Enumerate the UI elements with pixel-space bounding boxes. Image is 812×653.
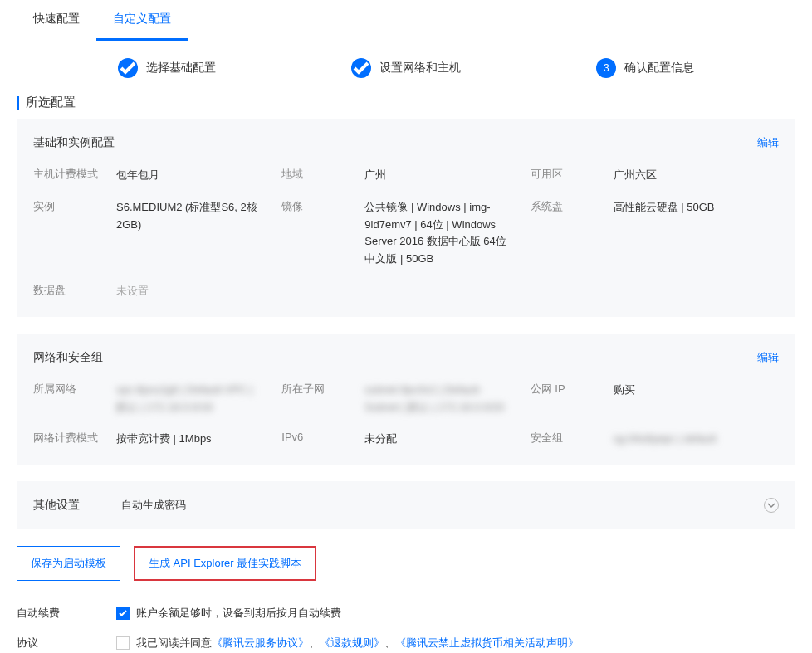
- basic-card-title: 基础和实例配置: [33, 135, 115, 150]
- auto-renew-checkbox[interactable]: [116, 607, 130, 620]
- image-label: 镜像: [281, 199, 364, 268]
- step-2-label: 设置网络和主机: [379, 61, 461, 76]
- zone-label: 可用区: [531, 167, 614, 184]
- ipv6-value: 未分配: [364, 431, 530, 448]
- step-number-icon: 3: [596, 58, 616, 78]
- network-card-title: 网络和安全组: [33, 350, 103, 365]
- instance-label: 实例: [33, 199, 116, 268]
- other-settings-card: 其他设置 自动生成密码: [17, 481, 795, 529]
- region-label: 地域: [281, 167, 364, 184]
- eip-value: 购买: [614, 382, 779, 417]
- agreement-link-service[interactable]: 《腾讯云服务协议》: [212, 636, 309, 651]
- auto-renew-label: 自动续费: [17, 606, 116, 621]
- agreement-checkbox[interactable]: [116, 636, 130, 650]
- tab-quick-config[interactable]: 快速配置: [17, 0, 96, 41]
- sg-label: 安全组: [531, 431, 614, 448]
- sysdisk-value: 高性能云硬盘 | 50GB: [614, 199, 779, 268]
- agreement-prefix: 我已阅读并同意: [136, 636, 212, 651]
- step-3-label: 确认配置信息: [624, 61, 694, 76]
- basic-edit-link[interactable]: 编辑: [757, 135, 779, 150]
- eip-label: 公网 IP: [531, 382, 614, 417]
- datadisk-label: 数据盘: [33, 283, 116, 300]
- image-value: 公共镜像 | Windows | img-9id7emv7 | 64位 | Wi…: [364, 199, 530, 268]
- agreement-label: 协议: [17, 636, 116, 651]
- billing-value: 包年包月: [116, 167, 281, 184]
- chevron-down-icon[interactable]: [764, 498, 779, 513]
- agreement-sep2: 、: [384, 636, 395, 651]
- network-card: 网络和安全组 编辑 所属网络vpc-8pvu2g8 | Default-VPC …: [17, 334, 795, 465]
- step-1-label: 选择基础配置: [146, 61, 216, 76]
- sysdisk-label: 系统盘: [531, 199, 614, 268]
- check-icon: [351, 58, 371, 78]
- other-card-title: 其他设置: [33, 498, 80, 513]
- tab-custom-config[interactable]: 自定义配置: [96, 0, 188, 41]
- sg-value: sg-04o8yepc | default: [614, 431, 779, 448]
- zone-value: 广州六区: [614, 167, 779, 184]
- datadisk-value: 未设置: [116, 283, 281, 300]
- generate-api-script-button[interactable]: 生成 API Explorer 最佳实践脚本: [134, 546, 316, 581]
- subnet-value: subnet-9pv3v2 | Default-Subnet | 默认 | 17…: [364, 382, 530, 417]
- step-2: 设置网络和主机: [351, 58, 461, 78]
- save-template-button[interactable]: 保存为启动模板: [17, 546, 120, 581]
- netbill-value: 按带宽计费 | 1Mbps: [116, 431, 281, 448]
- section-title: 所选配置: [0, 95, 812, 119]
- agreement-link-refund[interactable]: 《退款规则》: [320, 636, 384, 651]
- agreement-link-crypto[interactable]: 《腾讯云禁止虚拟货币相关活动声明》: [395, 636, 579, 651]
- netbill-label: 网络计费模式: [33, 431, 116, 448]
- net-value: vpc-8pvu2g8 | Default-VPC | 默认 | 172.16.…: [116, 382, 281, 417]
- check-icon: [118, 58, 138, 78]
- billing-label: 主机计费模式: [33, 167, 116, 184]
- auto-renew-text: 账户余额足够时，设备到期后按月自动续费: [136, 606, 341, 621]
- step-3: 3 确认配置信息: [596, 58, 694, 78]
- subnet-label: 所在子网: [281, 382, 364, 417]
- network-edit-link[interactable]: 编辑: [757, 350, 779, 365]
- net-label: 所属网络: [33, 382, 116, 417]
- instance-value: S6.MEDIUM2 (标准型S6, 2核2GB): [116, 199, 281, 268]
- basic-config-card: 基础和实例配置 编辑 主机计费模式包年包月 地域广州 可用区广州六区 实例S6.…: [17, 119, 795, 317]
- region-value: 广州: [364, 167, 530, 184]
- progress-steps: 选择基础配置 设置网络和主机 3 确认配置信息: [0, 41, 812, 95]
- step-1: 选择基础配置: [118, 58, 216, 78]
- agreement-sep1: 、: [309, 636, 320, 651]
- ipv6-label: IPv6: [281, 431, 364, 448]
- other-summary: 自动生成密码: [121, 498, 186, 513]
